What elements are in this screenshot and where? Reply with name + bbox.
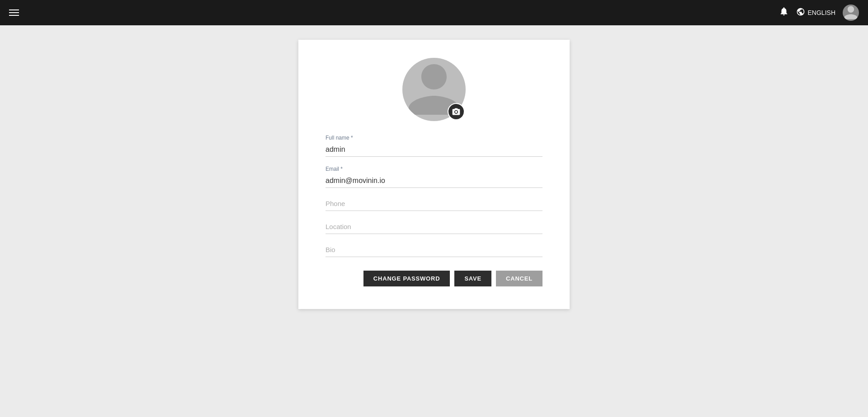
page-background: Full name * Email * CHANGE PA — [0, 0, 868, 417]
phone-input[interactable] — [326, 197, 542, 211]
full-name-field: Full name * — [326, 135, 542, 157]
bio-input[interactable] — [326, 243, 542, 257]
location-input[interactable] — [326, 220, 542, 234]
cancel-button[interactable]: CANCEL — [496, 271, 542, 286]
email-field: Email * — [326, 166, 542, 188]
user-avatar-nav[interactable] — [843, 5, 859, 21]
action-buttons: CHANGE PASSWORD SAVE CANCEL — [326, 271, 542, 286]
full-name-label: Full name * — [326, 135, 542, 141]
avatar-container — [402, 58, 466, 121]
navbar: ENGLISH — [0, 0, 868, 25]
notification-bell-icon[interactable] — [779, 6, 789, 19]
phone-field — [326, 197, 542, 211]
email-label: Email * — [326, 166, 542, 172]
change-password-button[interactable]: CHANGE PASSWORD — [363, 271, 450, 286]
bio-field — [326, 243, 542, 257]
navbar-right: ENGLISH — [779, 5, 859, 21]
profile-card: Full name * Email * CHANGE PA — [298, 40, 570, 309]
profile-form: Full name * Email * CHANGE PA — [326, 135, 542, 286]
full-name-input[interactable] — [326, 143, 542, 157]
navbar-left — [9, 9, 19, 16]
location-field — [326, 220, 542, 234]
save-button[interactable]: SAVE — [454, 271, 491, 286]
email-input[interactable] — [326, 174, 542, 188]
hamburger-menu-icon[interactable] — [9, 9, 19, 16]
camera-upload-button[interactable] — [448, 103, 465, 120]
language-selector[interactable]: ENGLISH — [796, 7, 835, 19]
language-label: ENGLISH — [808, 9, 835, 16]
globe-icon — [796, 7, 805, 19]
